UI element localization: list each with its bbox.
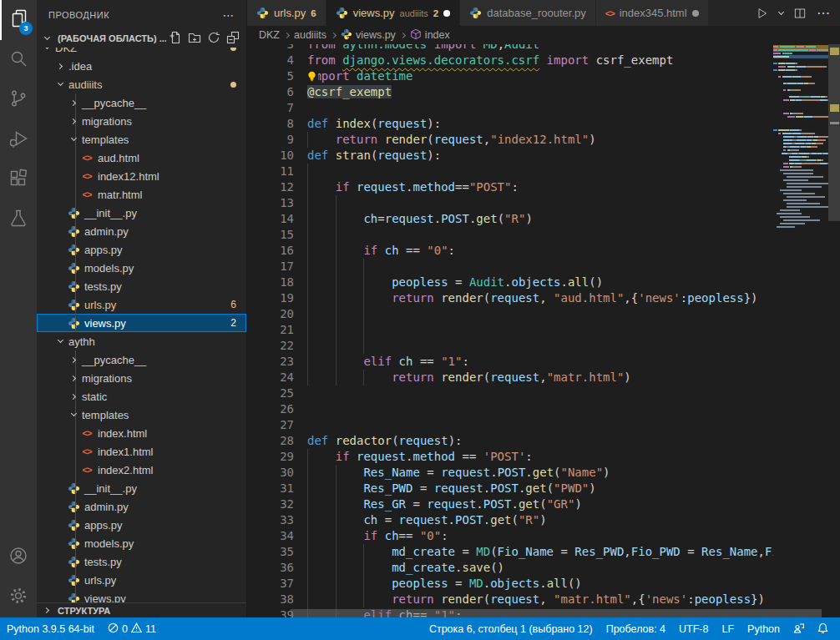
status-python-interpreter[interactable]: Python 3.9.5 64-bit <box>0 617 101 640</box>
code-line-25[interactable]: 25 <box>247 386 773 401</box>
code-line-31[interactable]: 31 Res_PWD = request.POST.get("PWD") <box>247 481 773 496</box>
run-dropdown-button[interactable] <box>779 13 783 14</box>
tree-item-index1.html[interactable]: <>index1.html <box>37 442 246 461</box>
status-feedback[interactable] <box>787 617 811 640</box>
status-encoding[interactable]: UTF-8 <box>672 617 715 640</box>
code-line-37[interactable]: 37 peopless = MD.objects.all() <box>247 576 773 592</box>
tree-item-tests.py[interactable]: tests.py <box>37 277 246 295</box>
code-line-36[interactable]: 36 md_create.save() <box>247 560 773 576</box>
more-actions-button[interactable]: ⋯ <box>817 5 830 21</box>
tab-urls.py[interactable]: urls.py6 <box>247 0 326 26</box>
tree-item-aud.html[interactable]: <>aud.html <box>37 149 246 167</box>
split-editor-button[interactable] <box>793 7 807 20</box>
activity-item-extensions[interactable] <box>0 160 37 200</box>
outline-section-header[interactable]: СТРУКТУРА <box>37 602 246 617</box>
code-line-9[interactable]: 9 return render(request,"index12.html") <box>247 132 773 148</box>
dirty-indicator[interactable] <box>692 10 699 17</box>
workspace-section-header[interactable]: (РАБОЧАЯ ОБЛАСТЬ) ... <box>37 29 246 48</box>
breadcrumb-item-views.py[interactable]: views.py <box>341 28 396 43</box>
tree-item-DKZ[interactable]: DKZ <box>37 48 246 57</box>
tree-item-matr.html[interactable]: <>matr.html <box>37 185 246 204</box>
tab-views.py[interactable]: views.pyaudiiits2 <box>326 0 461 26</box>
tree-item-admin.py[interactable]: admin.py <box>37 222 246 240</box>
code-line-34[interactable]: 34 if ch== "0": <box>247 528 773 544</box>
activity-item-account[interactable] <box>0 537 37 577</box>
tree-item-tests.py[interactable]: tests.py <box>37 552 246 571</box>
breadcrumb-item-audiiits[interactable]: audiiits <box>294 29 326 41</box>
activity-item-testing[interactable] <box>0 200 37 240</box>
code-line-13[interactable]: 13 <box>247 195 773 211</box>
code-line-10[interactable]: 10def stran(request): <box>247 148 773 164</box>
code-line-24[interactable]: 24 return render(request,"matr.html") <box>247 370 773 386</box>
code-line-22[interactable]: 22 <box>247 338 773 354</box>
tree-item-index2.html[interactable]: <>index2.html <box>37 461 246 479</box>
code-line-27[interactable]: 27 <box>247 417 773 433</box>
tab-index345.html[interactable]: <>index345.html <box>596 0 709 26</box>
code-line-18[interactable]: 18 peopless = Audit.objects.all() <box>247 275 773 290</box>
tree-item-__pycache__[interactable]: __pycache__ <box>37 350 246 369</box>
run-button[interactable] <box>756 7 769 20</box>
tree-item-__pycache__[interactable]: __pycache__ <box>37 93 246 112</box>
tree-item-models.py[interactable]: models.py <box>37 534 246 552</box>
code-line-12[interactable]: 12 if request.method=="POST": <box>247 179 773 195</box>
code-line-28[interactable]: 28def redactor(request): <box>247 433 773 449</box>
tree-item-index.html[interactable]: <>index.html <box>37 424 246 442</box>
tree-item-aythh[interactable]: aythh <box>37 332 246 350</box>
vertical-scrollbar[interactable] <box>828 44 840 221</box>
status-notifications[interactable] <box>811 617 835 640</box>
sidebar-more-icon[interactable]: ⋯ <box>223 8 235 22</box>
tree-item-templates[interactable]: templates <box>37 406 246 424</box>
refresh-icon[interactable] <box>207 31 220 46</box>
code-line-14[interactable]: 14 ch=request.POST.get("R") <box>247 211 773 227</box>
tree-item-urls.py[interactable]: urls.py <box>37 571 246 589</box>
code-line-4[interactable]: 4from django.views.decorators.csrf impor… <box>247 53 773 68</box>
tree-item-models.py[interactable]: models.py <box>37 259 246 277</box>
new-folder-icon[interactable] <box>188 31 201 46</box>
tree-item-static[interactable]: static <box>37 387 246 406</box>
tree-item-__init__.py[interactable]: __init__.py <box>37 479 246 497</box>
code-line-16[interactable]: 16 if ch == "0": <box>247 243 773 259</box>
minimap[interactable] <box>773 44 828 617</box>
tree-item-apps.py[interactable]: apps.py <box>37 516 246 534</box>
code-line-23[interactable]: 23 elif ch == "1": <box>247 354 773 370</box>
tree-item-views.py[interactable]: views.py2 <box>37 314 246 332</box>
status-indentation[interactable]: Пробелов: 4 <box>600 617 672 640</box>
tree-item-templates[interactable]: templates <box>37 130 246 149</box>
code-line-6[interactable]: 6@csrf_exempt <box>247 84 773 100</box>
tree-item-audiiits[interactable]: audiiits <box>37 75 246 93</box>
code-line-11[interactable]: 11 <box>247 164 773 179</box>
tree-item-__init__.py[interactable]: __init__.py <box>37 204 246 222</box>
code-line-35[interactable]: 35 md_create = MD(Fio_Name = Res_PWD,Fio… <box>247 544 773 560</box>
tree-item-migrations[interactable]: migrations <box>37 369 246 387</box>
dirty-indicator[interactable] <box>443 10 450 17</box>
code-line-20[interactable]: 20 <box>247 306 773 322</box>
tree-item-.idea[interactable]: .idea <box>37 57 246 75</box>
code-line-38[interactable]: 38 return render(request, "matr.html",{'… <box>247 592 773 607</box>
code-line-15[interactable]: 15 <box>247 227 773 243</box>
tab-database_roouter.py[interactable]: database_roouter.py <box>460 0 596 26</box>
collapse-all-icon[interactable] <box>226 31 240 46</box>
tree-item-views.py[interactable]: views.py <box>37 589 246 602</box>
status-cursor-position[interactable]: Строка 6, столбец 1 (выбрано 12) <box>423 617 600 640</box>
code-line-5[interactable]: 5import datetime <box>247 68 773 84</box>
status-language-mode[interactable]: Python <box>741 617 787 640</box>
activity-item-source-control[interactable] <box>0 80 37 120</box>
code-line-8[interactable]: 8def index(request): <box>247 116 773 132</box>
code-line-32[interactable]: 32 Res_GR = request.POST.get("GR") <box>247 496 773 512</box>
activity-item-run-debug[interactable] <box>0 120 37 160</box>
activity-item-explorer[interactable]: 3 <box>0 0 37 40</box>
tree-item-admin.py[interactable]: admin.py <box>37 497 246 516</box>
code-line-30[interactable]: 30 Res_Name = request.POST.get("Name") <box>247 465 773 481</box>
code-line-19[interactable]: 19 return render(request, "aud.html",{'n… <box>247 290 773 306</box>
breadcrumb-item-DKZ[interactable]: DKZ <box>259 29 280 41</box>
horizontal-scrollbar[interactable] <box>291 609 822 617</box>
lightbulb-icon[interactable] <box>306 70 318 83</box>
new-file-icon[interactable] <box>169 31 182 46</box>
activity-item-search[interactable] <box>0 40 37 80</box>
tree-item-index12.html[interactable]: <>index12.html <box>37 167 246 185</box>
code-line-7[interactable]: 7 <box>247 100 773 116</box>
code-line-3[interactable]: 3from aythh.models import MD,Audit <box>247 44 773 53</box>
tree-item-migrations[interactable]: migrations <box>37 112 246 130</box>
tree-item-apps.py[interactable]: apps.py <box>37 240 246 259</box>
tree-item-urls.py[interactable]: urls.py6 <box>37 295 246 314</box>
